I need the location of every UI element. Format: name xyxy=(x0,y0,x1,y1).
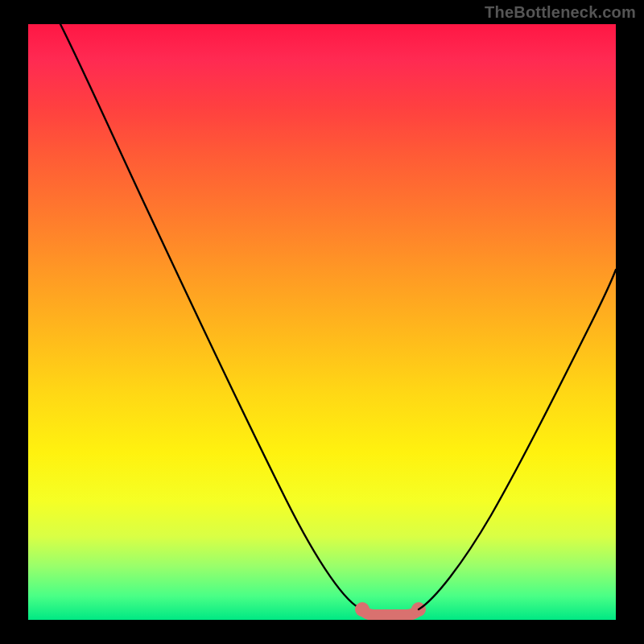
chart-frame: TheBottleneck.com xyxy=(0,0,644,644)
bottleneck-curve xyxy=(28,24,616,620)
curve-left-branch xyxy=(60,24,362,609)
watermark-text: TheBottleneck.com xyxy=(485,3,636,22)
highlight-flat-segment xyxy=(362,609,419,615)
curve-right-branch xyxy=(419,270,616,609)
plot-area xyxy=(28,24,616,620)
